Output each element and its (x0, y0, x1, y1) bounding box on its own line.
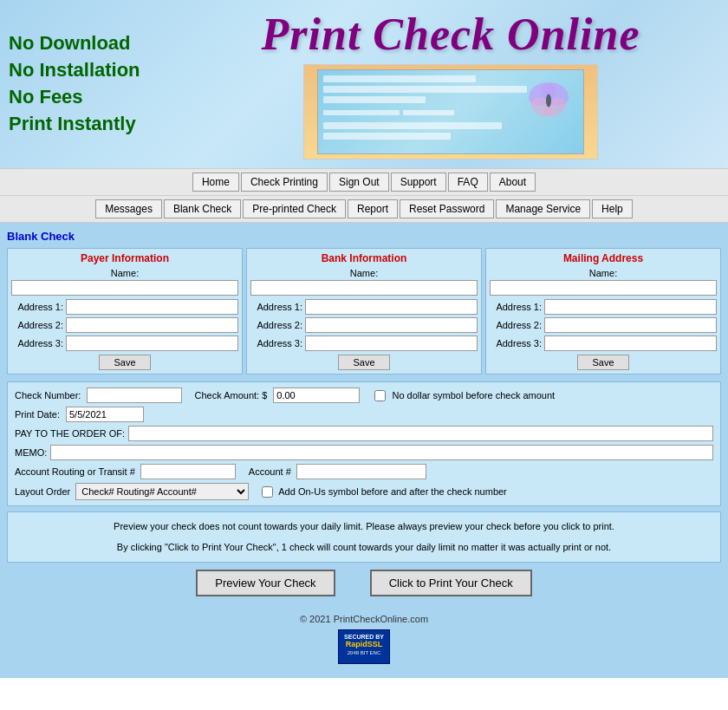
info-text-2: By clicking "Click to Print Your Check",… (15, 540, 713, 556)
mailing-address-col: Mailing Address Name: Address 1: Address… (485, 248, 721, 375)
add-onus-label: Add On-Us symbol before and after the ch… (278, 486, 507, 497)
payer-address2-input[interactable] (66, 317, 238, 333)
payer-address2-label: Address 2: (11, 320, 63, 330)
memo-label: MEMO: (15, 447, 47, 458)
pay-to-label: PAY TO THE ORDER OF: (15, 428, 125, 439)
print-date-input[interactable] (66, 407, 144, 422)
nav-home[interactable]: Home (192, 173, 239, 192)
payer-save-button[interactable]: Save (99, 355, 150, 370)
mailing-address3-input[interactable] (544, 335, 717, 351)
account-input[interactable] (296, 464, 426, 479)
print-date-row: Print Date: (15, 407, 713, 422)
tagline-line1: No Download (9, 30, 182, 57)
layout-select[interactable]: Check# Routing# Account# Routing# Check#… (75, 483, 249, 500)
nav-messages[interactable]: Messages (95, 199, 162, 218)
payer-address1-input[interactable] (66, 299, 238, 315)
no-dollar-checkbox[interactable] (374, 390, 386, 401)
check-number-input[interactable] (87, 388, 182, 403)
bank-address1-label: Address 1: (250, 302, 302, 312)
header-center: Print Check Online (182, 9, 719, 160)
check-amount-label: Check Amount: $ (195, 390, 268, 401)
layout-row: Layout Order Check# Routing# Account# Ro… (15, 483, 713, 500)
mailing-title: Mailing Address (490, 252, 717, 264)
payer-name-input[interactable] (11, 280, 238, 296)
footer: © 2021 PrintCheckOnline.com SECURED BY R… (7, 607, 721, 671)
mailing-name-label: Name: (490, 268, 717, 278)
action-buttons: Preview Your Check Click to Print Your C… (7, 570, 721, 596)
primary-nav: Home Check Printing Sign Out Support FAQ… (0, 168, 728, 196)
bank-address2-row: Address 2: (250, 317, 478, 333)
mailing-address3-label: Address 3: (490, 338, 542, 348)
routing-input[interactable] (140, 464, 236, 479)
footer-text: © 2021 PrintCheckOnline.com (14, 614, 714, 624)
memo-row: MEMO: (15, 445, 713, 460)
secondary-nav: Messages Blank Check Pre-printed Check R… (0, 196, 728, 223)
bank-address1-row: Address 1: (250, 299, 478, 315)
bank-save-button[interactable]: Save (338, 355, 389, 370)
tagline-line3: No Fees (9, 84, 182, 111)
payer-address3-input[interactable] (66, 335, 238, 351)
print-check-button[interactable]: Click to Print Your Check (370, 570, 532, 596)
payer-info-col: Payer Information Name: Address 1: Addre… (7, 248, 243, 375)
nav-faq[interactable]: FAQ (448, 173, 488, 192)
bank-address3-input[interactable] (305, 335, 478, 351)
nav-manage-service[interactable]: Manage Service (496, 199, 590, 218)
nav-reset-password[interactable]: Reset Password (400, 199, 494, 218)
main-content: Blank Check Payer Information Name: Addr… (0, 223, 728, 678)
pay-to-row: PAY TO THE ORDER OF: (15, 426, 713, 441)
add-onus-checkbox[interactable] (262, 486, 273, 498)
mailing-address2-row: Address 2: (490, 317, 717, 333)
routing-label: Account Routing or Transit # (15, 466, 135, 477)
bank-address1-input[interactable] (305, 299, 478, 315)
ssl-badge: SECURED BY RapidSSL 2048 BIT ENC (338, 629, 390, 664)
nav-about[interactable]: About (490, 173, 536, 192)
mailing-address1-input[interactable] (544, 299, 717, 315)
nav-pre-printed-check[interactable]: Pre-printed Check (243, 199, 346, 218)
check-preview-image (303, 64, 598, 160)
payer-address1-label: Address 1: (11, 302, 63, 312)
info-text-1: Preview your check does not count toward… (15, 519, 713, 535)
check-number-label: Check Number: (15, 390, 81, 401)
mailing-address3-row: Address 3: (490, 335, 717, 351)
pay-to-input[interactable] (128, 426, 713, 441)
info-grid: Payer Information Name: Address 1: Addre… (7, 248, 721, 375)
check-number-amount-row: Check Number: Check Amount: $ No dollar … (15, 388, 713, 403)
bank-address2-input[interactable] (305, 317, 478, 333)
account-label: Account # (249, 466, 291, 477)
mailing-save-button[interactable]: Save (577, 355, 628, 370)
bank-info-title: Bank Information (250, 252, 478, 264)
bank-address3-label: Address 3: (250, 338, 302, 348)
bank-name-input[interactable] (250, 280, 478, 296)
svg-point-4 (546, 94, 551, 107)
nav-help[interactable]: Help (592, 199, 633, 218)
tagline: No Download No Installation No Fees Prin… (9, 30, 182, 137)
mailing-name-input[interactable] (490, 280, 717, 296)
payer-address3-label: Address 3: (11, 338, 63, 348)
routing-row: Account Routing or Transit # Account # (15, 464, 713, 479)
nav-sign-out[interactable]: Sign Out (329, 173, 389, 192)
bank-address2-label: Address 2: (250, 320, 302, 330)
layout-label: Layout Order (15, 486, 70, 497)
nav-support[interactable]: Support (391, 173, 446, 192)
payer-info-title: Payer Information (11, 252, 238, 264)
check-amount-input[interactable] (273, 388, 360, 403)
no-dollar-label: No dollar symbol before check amount (392, 390, 555, 401)
nav-blank-check[interactable]: Blank Check (164, 199, 241, 218)
payer-address1-row: Address 1: (11, 299, 238, 315)
section-title: Blank Check (7, 230, 721, 243)
preview-check-button[interactable]: Preview Your Check (196, 570, 335, 596)
payer-address3-row: Address 3: (11, 335, 238, 351)
check-details: Check Number: Check Amount: $ No dollar … (7, 381, 721, 506)
tagline-line2: No Installation (9, 57, 182, 84)
payer-name-label: Name: (11, 268, 238, 278)
mailing-address2-label: Address 2: (490, 320, 542, 330)
bank-name-label: Name: (250, 268, 478, 278)
nav-check-printing[interactable]: Check Printing (241, 173, 328, 192)
tagline-line4: Print Instantly (9, 111, 182, 138)
bank-address3-row: Address 3: (250, 335, 478, 351)
memo-input[interactable] (50, 445, 713, 460)
nav-report[interactable]: Report (348, 199, 398, 218)
header: No Download No Installation No Fees Prin… (0, 0, 728, 168)
mailing-address1-row: Address 1: (490, 299, 717, 315)
mailing-address2-input[interactable] (544, 317, 717, 333)
